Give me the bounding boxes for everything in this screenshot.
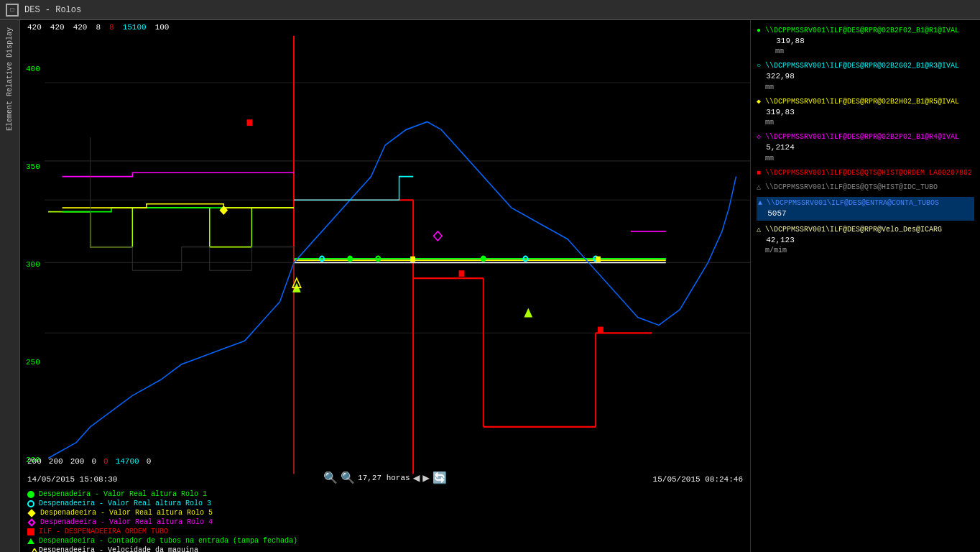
series-bullet-4: ◇	[757, 133, 765, 141]
left-sidebar: Element Relative Display	[0, 20, 20, 552]
series-name-3: \\DCPPMSSRV001\ILF@DES@RPR@02B2H02_B1@R5…	[765, 98, 959, 106]
legend-bullet-1	[27, 491, 34, 498]
window-icon: □	[6, 4, 19, 17]
legend-item-1: Despenadeira - Valor Real altura Rolo 1	[27, 490, 743, 498]
series-entry-7: ▲ \\DCPPMSSRV001\ILF@DES@ENTRA@CONTA_TUB…	[757, 197, 974, 221]
series-entry-4: ◇ \\DCPPMSSRV001\ILF@DES@RPR@02B2P02_B1@…	[757, 132, 974, 163]
svg-rect-30	[596, 257, 601, 262]
svg-marker-31	[219, 206, 228, 215]
series-value-7: 5057	[758, 209, 787, 218]
pan-right-icon[interactable]: ▶	[422, 471, 430, 485]
bottom-val-4: 0	[91, 457, 96, 466]
series-entry-3: ◆ \\DCPPMSSRV001\ILF@DES@RPR@02B2H02_B1@…	[757, 97, 974, 128]
legend-bullet-5	[27, 528, 34, 535]
series-name-7: \\DCPPMSSRV001\ILF@DES@ENTRA@CONTA_TUBOS	[767, 199, 939, 207]
bottom-val-1: 200	[27, 457, 42, 466]
legend-label-5: ILF - DESPENADEEIRA ORDEM TUBO	[39, 528, 168, 535]
legend-bullet-3	[27, 509, 35, 517]
legend-label-6: Despenadeeira - Contador de tubos na ent…	[39, 537, 297, 545]
series-name-5: \\DCPPMSSRV001\ILF@DES@QTS@HIST@ORDEM LA…	[765, 169, 972, 177]
svg-marker-34	[524, 308, 532, 317]
series-name-1: \\DCPPMSSRV001\ILF@DES@RPR@02B2F02_B1@R1…	[765, 27, 959, 34]
series-bullet-6: △	[757, 183, 765, 191]
svg-point-23	[347, 256, 353, 262]
series-bullet-3: ◆	[757, 98, 765, 106]
legend-bullet-4	[27, 518, 35, 526]
series-name-8: \\DCPPMSSRV001\ILF@DES@RPR@Velo_Des@ICAR…	[765, 226, 942, 234]
legend-item-2: Despenadeeira - Valor Real altura Rolo 3	[27, 500, 743, 507]
legend-item-4: Despenadeeira - Valor Real altura Rolo 4	[27, 518, 743, 526]
series-entry-5: ■ \\DCPPMSSRV001\ILF@DES@QTS@HIST@ORDEM …	[757, 168, 974, 178]
svg-point-24	[481, 256, 486, 262]
legend-label-7: Despenadeeira - Velocidade da maquina	[39, 546, 198, 552]
bottom-val-5: 0	[103, 457, 108, 466]
refresh-icon[interactable]: 🔄	[433, 471, 447, 485]
series-unit-2: mm	[757, 83, 774, 91]
series-name-6: \\DCPPMSSRV001\ILF@DES@QTS@HIST@IDC_TUBO	[765, 183, 938, 191]
series-value-8: 42,123	[757, 236, 795, 244]
header-val-3: 420	[73, 23, 88, 32]
series-value-1: 319,88	[767, 37, 805, 45]
timestamp-left: 14/05/2015 15:08:30	[27, 475, 117, 484]
bottom-val-7: 0	[147, 457, 152, 466]
svg-rect-21	[459, 270, 465, 277]
legend-bullet-2	[27, 500, 34, 507]
svg-marker-32	[433, 231, 442, 241]
header-val-1: 420	[27, 23, 42, 32]
series-value-3: 319,83	[757, 108, 795, 116]
svg-rect-20	[247, 119, 253, 126]
legend: Despenadeira - Valor Real altura Rolo 1 …	[20, 487, 750, 552]
series-name-2: \\DCPPMSSRV001\ILF@DES@RPR@02B2G02_B1@R3…	[765, 62, 959, 70]
legend-label-3: Despenadeeira - Valor Real altura Rolo 5	[40, 509, 213, 517]
series-bullet-2: ○	[757, 62, 765, 70]
main-container: Element Relative Display 420 420 420 8 8…	[0, 20, 980, 552]
legend-item-6: Despenadeeira - Contador de tubos na ent…	[27, 537, 743, 545]
header-val-5: 8	[109, 23, 114, 32]
zoom-in-icon[interactable]: 🔍	[341, 471, 355, 485]
bottom-val-2: 200	[49, 457, 63, 466]
series-bullet-5: ■	[757, 169, 765, 177]
legend-label-2: Despenadeeira - Valor Real altura Rolo 3	[39, 500, 211, 507]
sidebar-label: Element Relative Display	[5, 27, 14, 131]
chart-header: 420 420 420 8 8 15100 100	[27, 23, 169, 32]
legend-label-1: Despenadeira - Valor Real altura Rolo 1	[39, 490, 207, 498]
header-val-2: 420	[50, 23, 65, 32]
series-bullet-8: △	[757, 226, 765, 234]
series-value-4: 5,2124	[757, 143, 795, 152]
legend-item-5: ILF - DESPENADEEIRA ORDEM TUBO	[27, 528, 743, 535]
legend-item-7: Despenadeeira - Velocidade da maquina	[27, 546, 743, 552]
titlebar: □ DES - Rolos	[0, 0, 980, 20]
series-entry-8: △ \\DCPPMSSRV001\ILF@DES@RPR@Velo_Des@IC…	[757, 225, 974, 256]
series-bullet-1: ●	[757, 27, 765, 34]
timestamp-right: 15/05/2015 08:24:46	[653, 475, 743, 484]
zoom-controls[interactable]: 🔍 🔍 17,27 horas ◀ ▶ 🔄	[323, 471, 447, 485]
series-unit-8: m/mim	[757, 247, 787, 254]
chart-area: 420 420 420 8 8 15100 100 400 350 300 25…	[20, 20, 750, 552]
bottom-values: 200 200 200 0 0 14700 0	[27, 457, 151, 466]
bottom-val-3: 200	[70, 457, 85, 466]
window-title: DES - Rolos	[24, 5, 81, 15]
legend-item-3: Despenadeeira - Valor Real altura Rolo 5	[27, 509, 743, 517]
series-unit-3: mm	[757, 119, 774, 126]
header-val-6: 15100	[123, 23, 147, 32]
svg-marker-36	[31, 548, 38, 553]
right-panel: ● \\DCPPMSSRV001\ILF@DES@RPR@02B2F02_B1@…	[750, 20, 980, 552]
legend-bullet-6	[27, 538, 34, 544]
series-unit-4: mm	[757, 155, 774, 162]
series-bullet-7: ▲	[758, 199, 767, 207]
header-val-7: 100	[155, 23, 170, 32]
svg-rect-22	[598, 327, 604, 334]
series-entry-1: ● \\DCPPMSSRV001\ILF@DES@RPR@02B2F02_B1@…	[757, 26, 974, 57]
series-entry-6: △ \\DCPPMSSRV001\ILF@DES@QTS@HIST@IDC_TU…	[757, 183, 974, 193]
series-entry-2: ○ \\DCPPMSSRV001\ILF@DES@RPR@02B2G02_B1@…	[757, 61, 974, 92]
series-value-2: 322,98	[757, 72, 795, 80]
series-name-4: \\DCPPMSSRV001\ILF@DES@RPR@02B2P02_B1@R4…	[765, 133, 959, 141]
svg-rect-29	[410, 257, 415, 262]
legend-label-4: Despenadeeira - Valor Real altura Rolo 4	[40, 518, 213, 526]
header-val-4: 8	[96, 23, 101, 32]
bottom-val-6: 14700	[116, 457, 139, 466]
pan-left-icon[interactable]: ◀	[413, 471, 420, 485]
zoom-text: 17,27 horas	[358, 474, 410, 482]
legend-bullet-7	[27, 548, 34, 553]
zoom-out-icon[interactable]: 🔍	[323, 471, 338, 485]
